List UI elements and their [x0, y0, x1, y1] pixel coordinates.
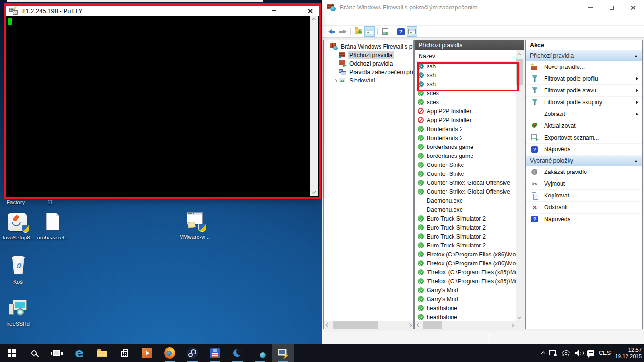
scroll-right-icon[interactable]	[408, 323, 412, 327]
desktop-icon-doc[interactable]: aruba-sercl...	[35, 212, 71, 240]
collapse-arrow-icon[interactable]	[634, 160, 638, 162]
menu-item[interactable]	[349, 19, 358, 22]
firewall-rule-row[interactable]: Counter-Strike	[415, 160, 516, 169]
export-list-button[interactable]	[380, 26, 390, 37]
ethernet-status-icon[interactable]	[549, 350, 557, 356]
firewall-rule-row[interactable]: Counter-Strike: Global Offensive	[415, 178, 516, 187]
action-center-icon[interactable]	[587, 350, 594, 356]
firewall-rule-row[interactable]: aces	[415, 89, 516, 98]
tree-item-firewall-root[interactable]: Brána Windows Firewall s pokro	[324, 42, 413, 51]
firewall-rule-row[interactable]: borderlands game	[415, 142, 516, 151]
firewall-rule-row[interactable]: Daemonu.exe	[415, 196, 516, 205]
taskbar-button-start[interactable]	[0, 344, 23, 362]
taskbar-button-backup-app[interactable]	[204, 344, 226, 362]
scroll-up-icon[interactable]	[518, 53, 521, 57]
taskbar-button-media-player[interactable]	[136, 344, 158, 362]
firewall-rule-row[interactable]: Borderlands 2	[415, 124, 516, 133]
taskbar-button-task-view[interactable]	[45, 344, 68, 362]
firewall-close-button[interactable]	[622, 0, 644, 15]
back-button[interactable]	[326, 26, 337, 37]
action-item-new-rule[interactable]: Nové pravidlo...	[526, 61, 642, 73]
firewall-rule-row[interactable]: Euro Truck Simulator 2	[415, 232, 516, 241]
putty-close-button[interactable]	[301, 6, 319, 16]
actions-section-header-selected[interactable]: Vybrané položky	[526, 156, 642, 166]
firewall-rule-row[interactable]: Garry's Mod	[415, 286, 516, 295]
firewall-rule-row[interactable]: Counter-Strike: Global Offensive	[415, 187, 516, 196]
tree-item-outbound[interactable]: Odchozí pravidla	[324, 59, 413, 68]
taskbar-button-daemon-tools[interactable]	[226, 344, 249, 362]
scrollbar-thumb[interactable]	[423, 321, 442, 329]
action-item-help[interactable]: Nápověda	[526, 144, 642, 156]
forward-button[interactable]	[338, 26, 348, 37]
scrollbar-thumb[interactable]	[333, 321, 378, 329]
firewall-rule-row[interactable]: Euro Truck Simulator 2	[415, 223, 516, 232]
rules-vertical-scrollbar[interactable]	[516, 50, 524, 321]
firewall-rule-row[interactable]: Firefox (C:\Program Files (x86)\Mozi	[415, 250, 516, 259]
menu-item[interactable]	[332, 19, 341, 22]
firewall-maximize-button[interactable]	[601, 0, 622, 15]
firewall-minimize-button[interactable]	[580, 0, 601, 15]
scrollbar-thumb[interactable]	[516, 59, 523, 85]
tree-item-monitoring[interactable]: Sledování	[324, 76, 413, 85]
desktop-icon-freesshd[interactable]: freeSSHd	[0, 298, 36, 327]
action-item-refresh[interactable]: Aktualizovat	[526, 120, 642, 132]
tree-item-consec[interactable]: Pravidla zabezpečení připoj	[324, 68, 413, 76]
putty-minimize-button[interactable]	[265, 6, 283, 16]
firewall-rule-row[interactable]: ssh	[415, 71, 516, 80]
up-one-level-button[interactable]	[353, 26, 363, 37]
wifi-icon[interactable]	[561, 350, 571, 356]
help-button[interactable]: ?	[396, 26, 406, 37]
firewall-rule-row[interactable]: App P2P Installer	[415, 115, 516, 124]
putty-maximize-button[interactable]	[283, 6, 301, 16]
desktop-icon-recycle[interactable]: Koš	[0, 256, 36, 285]
action-item-export[interactable]: Exportovat seznam...	[526, 132, 642, 144]
column-header-name[interactable]: Název	[415, 50, 516, 62]
firewall-rule-row[interactable]: hearthstone	[415, 313, 516, 321]
firewall-rule-row[interactable]: aces	[415, 98, 516, 107]
firewall-rule-row[interactable]: hearthstone	[415, 304, 516, 313]
terminal-scrollbar[interactable]	[310, 16, 318, 196]
taskbar-button-store[interactable]	[113, 344, 136, 362]
firewall-rule-row[interactable]: Firefox (C:\Program Files (x86)\Mozi	[415, 259, 516, 268]
tree-item-inbound[interactable]: Příchozí pravidla	[324, 51, 413, 59]
action-item-filter[interactable]: Filtrovat podle profilu	[526, 73, 642, 85]
action-item-disable[interactable]: Zakázat pravidlo	[526, 166, 642, 178]
volume-icon[interactable]	[575, 350, 583, 356]
expand-chevron-icon[interactable]	[334, 79, 337, 82]
firewall-rule-row[interactable]: Euro Truck Simulator 2	[415, 214, 516, 223]
tree-horizontal-scrollbar[interactable]	[324, 321, 413, 329]
firewall-rule-row[interactable]: borderlands game	[415, 151, 516, 160]
taskbar-button-file-explorer[interactable]	[91, 344, 113, 362]
scroll-up-icon[interactable]	[312, 18, 316, 23]
firewall-rule-row[interactable]: App P2P Installer	[415, 107, 516, 115]
taskbar-button-firefox[interactable]	[158, 344, 181, 362]
show-hidden-icons-chevron[interactable]	[540, 351, 545, 356]
taskbar-button-putty[interactable]	[272, 344, 294, 362]
firewall-titlebar[interactable]: Brána Windows Firewall s pokročilým zabe…	[322, 0, 644, 15]
scroll-right-icon[interactable]	[510, 323, 514, 327]
firewall-rule-row[interactable]: Borderlands 2	[415, 133, 516, 142]
firewall-rule-row[interactable]: ssh	[415, 80, 516, 89]
firewall-rule-row[interactable]: Daemonu.exe	[415, 205, 516, 214]
scroll-down-icon[interactable]	[518, 315, 521, 319]
show-console-tree-button[interactable]	[364, 26, 375, 37]
firewall-rule-row[interactable]: Euro Truck Simulator 2	[415, 241, 516, 250]
menu-item[interactable]	[341, 19, 349, 22]
taskbar-button-edge[interactable]	[68, 344, 91, 362]
firewall-rule-row[interactable]: ssh	[415, 62, 516, 71]
desktop-icon-vmware[interactable]: VMware-vi...	[177, 211, 213, 239]
menu-item[interactable]	[324, 19, 332, 22]
taskbar-button-windows-firewall[interactable]	[249, 344, 272, 362]
taskbar-button-steam[interactable]	[181, 344, 204, 362]
action-item-filter[interactable]: Filtrovat podle stavu	[526, 85, 642, 97]
action-item-blank[interactable]: Zobrazit	[526, 108, 642, 120]
action-item-copy[interactable]: Kopírovat	[526, 190, 642, 202]
action-item-delete[interactable]: Odstranit	[526, 202, 642, 214]
action-item-filter[interactable]: Filtrovat podle skupiny	[526, 97, 642, 108]
desktop-icon-java[interactable]: JavaSetup8...	[0, 212, 36, 240]
clock[interactable]: 12:57 19.12.2015	[615, 346, 642, 360]
taskbar-button-search[interactable]	[23, 344, 45, 362]
language-indicator[interactable]: CES	[599, 350, 611, 356]
scroll-left-icon[interactable]	[326, 323, 330, 327]
firewall-rule-row[interactable]: 'Firefox' (C:\Program Files (x86)\Mo:	[415, 268, 516, 277]
